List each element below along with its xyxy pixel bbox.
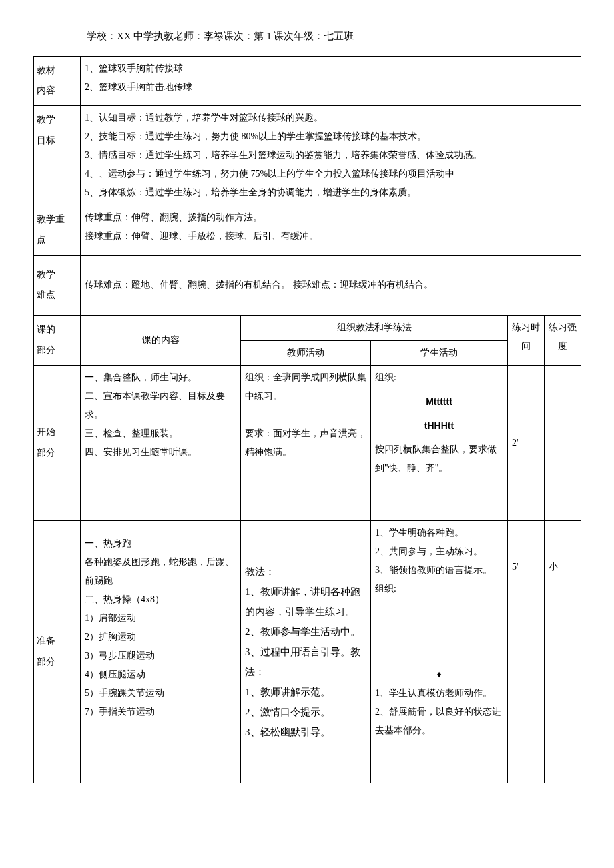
doc-header: 学校：XX 中学执教老师：李禄课次：第 1 课次年级：七五班: [87, 27, 581, 46]
label-start: 开始 部分: [34, 365, 81, 520]
prep-intensity: 小: [545, 520, 581, 783]
label-goals: 教学 目标: [34, 106, 81, 205]
header-student: 学生活动: [371, 340, 508, 365]
prep-student-top: 1、学生明确各种跑。 2、共同参与，主动练习。 3、能领悟教师的语言提示。 组织…: [375, 524, 503, 598]
formation-line-1: Mtttttt: [375, 392, 503, 411]
start-teacher: 组织：全班同学成四列横队集中练习。 要求：面对学生，声音洪亮，精神饱满。: [241, 365, 371, 520]
row-key: 教学重 点 传球重点：伸臂、翻腕、拨指的动作方法。 接球重点：伸臂、迎球、手放松…: [34, 205, 581, 256]
row-material: 教材 内容 1、篮球双手胸前传接球 2、篮球双手胸前击地传球: [34, 56, 581, 106]
label-key: 教学重 点: [34, 205, 81, 256]
prep-teacher: 教法： 1、教师讲解，讲明各种跑的内容，引导学生练习。 2、教师参与学生活动中。…: [241, 520, 371, 783]
row-header-top: 课的 部分 课的内容 组织教法和学练法 练习时 间 练习强 度: [34, 316, 581, 340]
prep-student-bottom: 1、学生认真模仿老师动作。 2、舒展筋骨，以良好的状态进去基本部分。: [375, 684, 503, 740]
prep-time: 5': [508, 520, 545, 783]
start-time: 2': [508, 365, 545, 520]
row-goals: 教学 目标 1、认知目标：通过教学，培养学生对篮球传接球的兴趣。 2、技能目标：…: [34, 106, 581, 205]
prep-content: 一、热身跑 各种跑姿及图形跑，蛇形跑，后踢、前踢跑 二、热身操（4x8） 1）肩…: [81, 520, 241, 783]
label-part: 课的 部分: [34, 316, 81, 366]
header-time: 练习时 间: [508, 316, 545, 366]
header-content: 课的内容: [81, 316, 241, 366]
start-content: 一、集合整队，师生问好。 二、宣布本课教学内容、目标及要求。 三、检查、整理服装…: [81, 365, 241, 520]
header-methods: 组织教法和学练法: [241, 316, 508, 340]
cell-goals: 1、认知目标：通过教学，培养学生对篮球传接球的兴趣。 2、技能目标：通过学生练习…: [81, 106, 581, 205]
header-teacher: 教师活动: [241, 340, 371, 365]
start-student-top: 组织:: [375, 368, 503, 387]
header-intensity: 练习强 度: [545, 316, 581, 366]
diamond-icon: ♦: [375, 665, 503, 684]
label-material: 教材 内容: [34, 56, 81, 106]
start-intensity: [545, 365, 581, 520]
row-start: 开始 部分 一、集合整队，师生问好。 二、宣布本课教学内容、目标及要求。 三、检…: [34, 365, 581, 520]
row-difficulty: 教学 难点 传球难点：蹬地、伸臂、翻腕、拨指的有机结合。 接球难点：迎球缓冲的有…: [34, 255, 581, 316]
label-prep: 准备 部分: [34, 520, 81, 783]
label-difficulty: 教学 难点: [34, 255, 81, 316]
lesson-plan-table: 教材 内容 1、篮球双手胸前传接球 2、篮球双手胸前击地传球 教学 目标 1、认…: [33, 56, 581, 783]
start-student-bottom: 按四列横队集合整队，要求做到"快、静、齐"。: [375, 440, 503, 478]
cell-difficulty: 传球难点：蹬地、伸臂、翻腕、拨指的有机结合。 接球难点：迎球缓冲的有机结合。: [81, 255, 581, 316]
row-prep: 准备 部分 一、热身跑 各种跑姿及图形跑，蛇形跑，后踢、前踢跑 二、热身操（4x…: [34, 520, 581, 783]
formation-line-2: tHHHtt: [375, 416, 503, 435]
cell-material: 1、篮球双手胸前传接球 2、篮球双手胸前击地传球: [81, 56, 581, 106]
prep-student: 1、学生明确各种跑。 2、共同参与，主动练习。 3、能领悟教师的语言提示。 组织…: [371, 520, 508, 783]
start-student: 组织: Mtttttt tHHHtt 按四列横队集合整队，要求做到"快、静、齐"…: [371, 365, 508, 520]
cell-key: 传球重点：伸臂、翻腕、拨指的动作方法。 接球重点：伸臂、迎球、手放松，接球、后引…: [81, 205, 581, 256]
